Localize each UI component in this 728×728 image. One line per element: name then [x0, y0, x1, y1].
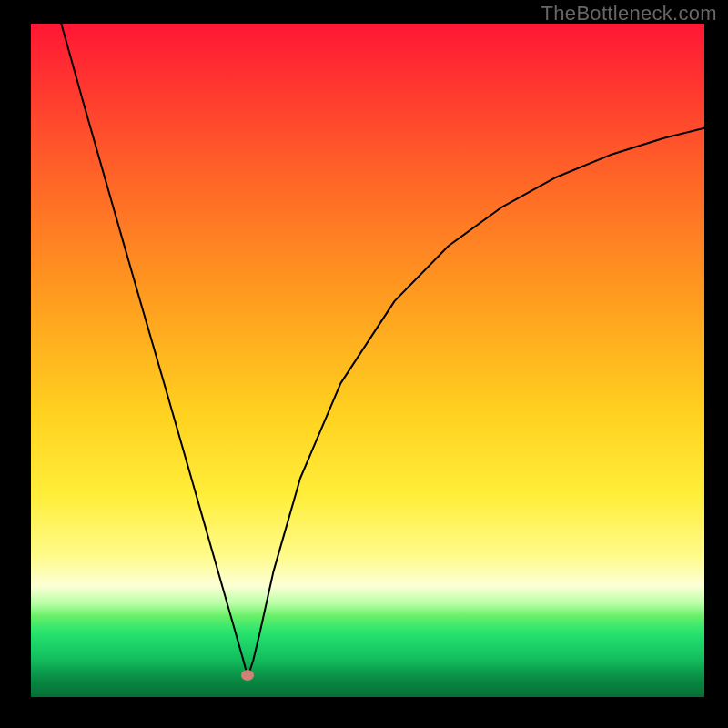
curve-svg — [31, 24, 704, 697]
chart-frame: TheBottleneck.com — [0, 0, 728, 728]
bottleneck-curve — [61, 24, 704, 677]
optimal-point-marker — [241, 670, 254, 681]
plot-area — [31, 24, 704, 697]
watermark-text: TheBottleneck.com — [541, 2, 717, 25]
